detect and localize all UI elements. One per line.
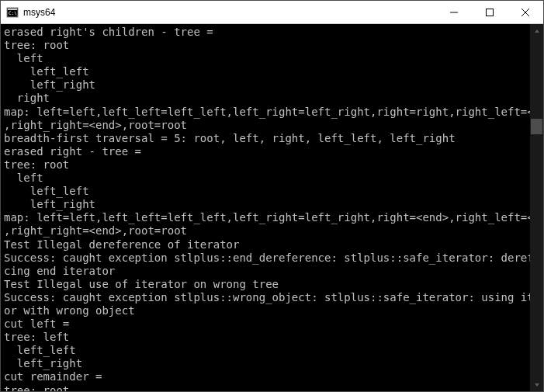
svg-marker-7 xyxy=(535,29,539,33)
close-button[interactable] xyxy=(508,1,543,23)
titlebar[interactable]: C:\ msys64 xyxy=(1,1,543,24)
app-window: C:\ msys64 erased right's children - tre… xyxy=(0,0,544,392)
scroll-track[interactable] xyxy=(530,37,543,378)
window-title: msys64 xyxy=(23,7,55,18)
minimize-button[interactable] xyxy=(436,1,472,23)
terminal-output: erased right's children - tree = tree: r… xyxy=(1,24,530,391)
svg-marker-8 xyxy=(535,383,539,387)
svg-rect-4 xyxy=(487,9,494,16)
scroll-up-button[interactable] xyxy=(530,24,543,37)
maximize-button[interactable] xyxy=(472,1,508,23)
svg-text:C:\: C:\ xyxy=(9,10,17,16)
scroll-down-button[interactable] xyxy=(530,378,543,391)
scroll-thumb[interactable] xyxy=(531,119,542,134)
vertical-scrollbar[interactable] xyxy=(530,24,543,391)
client-area: erased right's children - tree = tree: r… xyxy=(1,24,543,391)
app-icon: C:\ xyxy=(6,6,19,19)
